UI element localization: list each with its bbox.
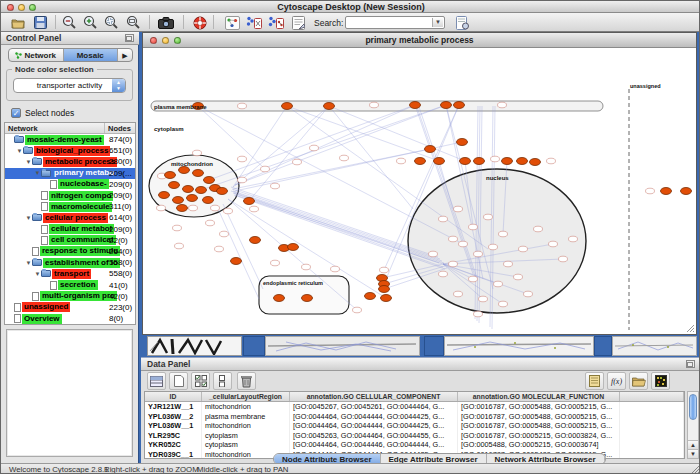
node[interactable] xyxy=(474,311,483,317)
background-window-fragment[interactable] xyxy=(612,336,697,356)
background-window-fragment[interactable] xyxy=(444,336,594,356)
node[interactable] xyxy=(206,220,215,226)
scroll-up-icon[interactable]: ▲ xyxy=(688,440,698,449)
node[interactable] xyxy=(484,214,493,220)
node[interactable] xyxy=(302,264,311,270)
zoom-fit-icon[interactable] xyxy=(124,14,142,31)
tree-row[interactable]: ▼cellular process614(0) xyxy=(5,212,135,223)
nucleus-region[interactable] xyxy=(408,169,586,313)
float-panel-icon[interactable] xyxy=(125,34,134,42)
unselect-all-attributes-icon[interactable] xyxy=(213,372,232,390)
background-window-fragment[interactable] xyxy=(243,336,265,356)
scroll-down-icon[interactable]: ▼ xyxy=(688,449,698,458)
tree-row[interactable]: ▼primary metabo209(... xyxy=(5,168,135,179)
tree-row[interactable]: mosaic-demo-yeast874(0) xyxy=(5,134,135,145)
disclosure-triangle-icon[interactable]: ▼ xyxy=(16,148,23,154)
selected-node[interactable] xyxy=(441,102,452,109)
node[interactable] xyxy=(238,156,247,162)
delete-attribute-trash-icon[interactable] xyxy=(237,372,256,390)
node[interactable] xyxy=(261,166,270,172)
notes-icon[interactable] xyxy=(585,372,604,390)
selected-node[interactable] xyxy=(474,158,485,165)
selected-node[interactable] xyxy=(381,295,392,302)
node[interactable] xyxy=(489,244,498,250)
node[interactable] xyxy=(340,155,349,161)
selected-node[interactable] xyxy=(517,158,528,165)
search-dropdown-icon[interactable]: ▼ xyxy=(432,18,443,27)
selected-node[interactable] xyxy=(250,237,261,244)
node[interactable] xyxy=(504,261,513,267)
disclosure-triangle-icon[interactable]: ▼ xyxy=(25,215,32,221)
node[interactable] xyxy=(524,291,533,297)
selected-node[interactable] xyxy=(379,286,390,293)
table-row[interactable]: YPL036W__1mitochondrion[GO:0044464, GO:0… xyxy=(145,421,684,431)
snapshot-camera-icon[interactable] xyxy=(157,14,175,31)
tree-row[interactable]: response to stimulu264(0) xyxy=(5,246,135,257)
node[interactable] xyxy=(514,274,523,280)
node[interactable] xyxy=(211,205,220,211)
node[interactable] xyxy=(454,291,463,297)
node[interactable] xyxy=(310,145,319,151)
tree-row[interactable]: secretion41(0) xyxy=(5,279,135,290)
selected-node[interactable] xyxy=(415,158,426,165)
node[interactable] xyxy=(397,158,406,164)
help-lifering-icon[interactable] xyxy=(191,14,209,31)
node[interactable] xyxy=(271,260,280,266)
node[interactable] xyxy=(215,246,224,252)
node[interactable] xyxy=(370,102,379,108)
float-panel-icon[interactable] xyxy=(686,360,695,368)
layout-tree-icon[interactable] xyxy=(267,14,285,31)
node[interactable] xyxy=(353,307,362,313)
node[interactable] xyxy=(331,266,340,272)
selected-node[interactable] xyxy=(502,158,513,165)
table-row[interactable]: YLR295Ccytoplasm[GO:0045263, GO:0044464,… xyxy=(145,431,684,441)
node[interactable] xyxy=(559,256,568,262)
select-all-attributes-icon[interactable] xyxy=(191,372,210,390)
tab-network[interactable]: Network xyxy=(9,49,64,61)
selected-node[interactable] xyxy=(204,177,215,184)
node[interactable] xyxy=(469,224,478,230)
node[interactable] xyxy=(459,241,468,247)
selected-node[interactable] xyxy=(365,293,376,300)
save-session-icon[interactable] xyxy=(31,14,49,31)
zoom-in-icon[interactable] xyxy=(81,14,99,31)
tree-row[interactable]: macromolecule311(0) xyxy=(5,201,135,212)
node[interactable] xyxy=(250,206,259,212)
vizmapper-icon[interactable] xyxy=(223,14,241,31)
tree-row[interactable]: ▼transport558(0) xyxy=(5,268,135,279)
node[interactable] xyxy=(534,226,543,232)
node[interactable] xyxy=(494,281,503,287)
disclosure-triangle-icon[interactable]: ▼ xyxy=(25,159,32,165)
disclosure-triangle-icon[interactable]: ▼ xyxy=(34,170,41,176)
node[interactable] xyxy=(519,246,528,252)
selected-node[interactable] xyxy=(302,295,313,302)
node[interactable] xyxy=(491,156,500,162)
window-resize-grip[interactable] xyxy=(685,323,695,333)
selected-node[interactable] xyxy=(454,102,465,109)
selected-node[interactable] xyxy=(217,188,228,195)
disclosure-triangle-icon[interactable]: ▼ xyxy=(34,271,41,277)
node[interactable] xyxy=(157,205,166,211)
node[interactable] xyxy=(429,251,438,257)
selected-node[interactable] xyxy=(282,103,293,110)
node[interactable] xyxy=(238,103,247,109)
selected-node[interactable] xyxy=(274,295,285,302)
tree-row[interactable]: ▼establishment of lo558(0) xyxy=(5,257,135,268)
node[interactable] xyxy=(189,205,198,211)
selected-node[interactable] xyxy=(410,102,421,109)
node[interactable] xyxy=(439,216,448,222)
layout-network-icon[interactable] xyxy=(245,14,263,31)
node[interactable] xyxy=(479,296,488,302)
selected-node[interactable] xyxy=(425,146,436,153)
selected-node[interactable] xyxy=(460,158,471,165)
select-nodes-checkbox[interactable]: ✓ xyxy=(11,108,21,118)
open-session-icon[interactable] xyxy=(9,14,27,31)
node[interactable] xyxy=(175,243,184,249)
selected-node[interactable] xyxy=(169,182,180,189)
node[interactable] xyxy=(220,231,229,237)
selected-node[interactable] xyxy=(183,186,194,193)
node[interactable] xyxy=(498,102,507,108)
node[interactable] xyxy=(271,183,280,189)
selected-node[interactable] xyxy=(288,244,299,251)
node[interactable] xyxy=(293,159,302,165)
